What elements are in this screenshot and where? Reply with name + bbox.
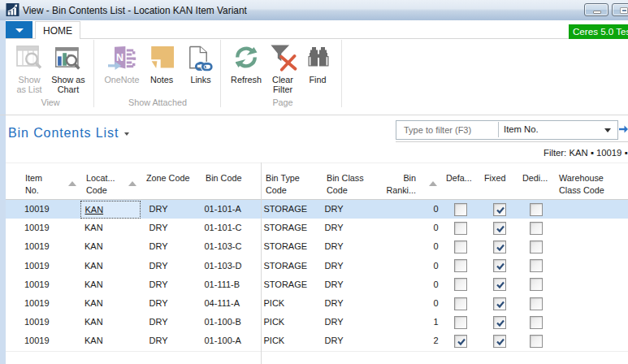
svg-text:N: N — [116, 52, 123, 63]
